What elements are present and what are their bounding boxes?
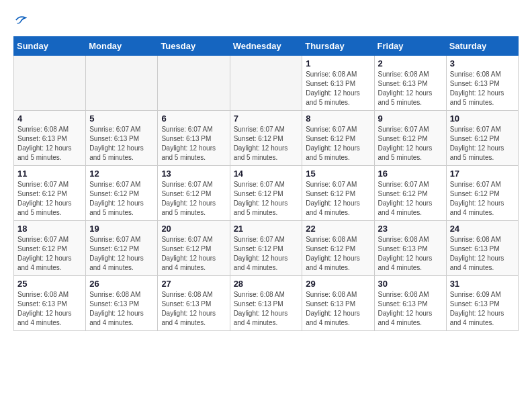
day-info: Sunrise: 6:07 AM Sunset: 6:13 PM Dayligh… bbox=[161, 125, 226, 163]
day-number: 9 bbox=[378, 113, 443, 124]
calendar-cell: 23Sunrise: 6:08 AM Sunset: 6:13 PM Dayli… bbox=[374, 221, 446, 276]
day-header-wednesday: Wednesday bbox=[230, 37, 302, 56]
calendar-week-row: 25Sunrise: 6:08 AM Sunset: 6:13 PM Dayli… bbox=[14, 276, 519, 331]
calendar-cell: 15Sunrise: 6:07 AM Sunset: 6:12 PM Dayli… bbox=[302, 166, 374, 221]
day-number: 22 bbox=[306, 224, 370, 234]
calendar-cell bbox=[86, 56, 158, 111]
day-info: Sunrise: 6:07 AM Sunset: 6:12 PM Dayligh… bbox=[89, 235, 154, 273]
day-number: 13 bbox=[161, 169, 226, 179]
calendar-cell bbox=[230, 56, 302, 111]
calendar-cell: 31Sunrise: 6:09 AM Sunset: 6:13 PM Dayli… bbox=[446, 276, 518, 331]
calendar-header-row: SundayMondayTuesdayWednesdayThursdayFrid… bbox=[14, 37, 519, 56]
calendar-cell: 11Sunrise: 6:07 AM Sunset: 6:12 PM Dayli… bbox=[14, 166, 86, 221]
calendar-cell: 24Sunrise: 6:08 AM Sunset: 6:13 PM Dayli… bbox=[446, 221, 518, 276]
day-info: Sunrise: 6:08 AM Sunset: 6:13 PM Dayligh… bbox=[161, 290, 226, 328]
day-number: 6 bbox=[161, 113, 226, 124]
header bbox=[13, 13, 519, 30]
day-info: Sunrise: 6:07 AM Sunset: 6:12 PM Dayligh… bbox=[161, 235, 226, 273]
logo-text bbox=[13, 13, 27, 30]
calendar-cell: 4Sunrise: 6:08 AM Sunset: 6:13 PM Daylig… bbox=[14, 111, 86, 166]
calendar-cell: 8Sunrise: 6:07 AM Sunset: 6:12 PM Daylig… bbox=[302, 111, 374, 166]
day-number: 18 bbox=[17, 224, 82, 234]
day-info: Sunrise: 6:07 AM Sunset: 6:12 PM Dayligh… bbox=[17, 180, 82, 218]
day-info: Sunrise: 6:08 AM Sunset: 6:13 PM Dayligh… bbox=[378, 70, 443, 107]
calendar-week-row: 18Sunrise: 6:07 AM Sunset: 6:12 PM Dayli… bbox=[14, 221, 519, 276]
calendar-cell: 22Sunrise: 6:08 AM Sunset: 6:12 PM Dayli… bbox=[302, 221, 374, 276]
calendar-cell: 20Sunrise: 6:07 AM Sunset: 6:12 PM Dayli… bbox=[158, 221, 230, 276]
day-number: 14 bbox=[234, 169, 299, 179]
day-number: 15 bbox=[306, 169, 370, 179]
day-number: 11 bbox=[17, 169, 82, 179]
calendar-cell: 14Sunrise: 6:07 AM Sunset: 6:12 PM Dayli… bbox=[230, 166, 302, 221]
day-number: 26 bbox=[89, 279, 154, 289]
calendar-cell: 9Sunrise: 6:07 AM Sunset: 6:12 PM Daylig… bbox=[374, 111, 446, 166]
day-info: Sunrise: 6:07 AM Sunset: 6:12 PM Dayligh… bbox=[450, 180, 515, 218]
calendar-cell: 6Sunrise: 6:07 AM Sunset: 6:13 PM Daylig… bbox=[158, 111, 230, 166]
calendar-cell: 30Sunrise: 6:08 AM Sunset: 6:13 PM Dayli… bbox=[374, 276, 446, 331]
calendar-cell: 16Sunrise: 6:07 AM Sunset: 6:12 PM Dayli… bbox=[374, 166, 446, 221]
calendar-cell: 7Sunrise: 6:07 AM Sunset: 6:12 PM Daylig… bbox=[230, 111, 302, 166]
day-header-tuesday: Tuesday bbox=[158, 37, 230, 56]
calendar-cell: 2Sunrise: 6:08 AM Sunset: 6:13 PM Daylig… bbox=[374, 56, 446, 111]
day-info: Sunrise: 6:07 AM Sunset: 6:12 PM Dayligh… bbox=[89, 180, 154, 218]
day-info: Sunrise: 6:08 AM Sunset: 6:13 PM Dayligh… bbox=[17, 125, 82, 163]
day-info: Sunrise: 6:07 AM Sunset: 6:12 PM Dayligh… bbox=[234, 125, 299, 163]
day-header-monday: Monday bbox=[86, 37, 158, 56]
day-info: Sunrise: 6:07 AM Sunset: 6:12 PM Dayligh… bbox=[306, 125, 370, 163]
day-number: 24 bbox=[450, 224, 515, 234]
calendar-cell: 25Sunrise: 6:08 AM Sunset: 6:13 PM Dayli… bbox=[14, 276, 86, 331]
day-info: Sunrise: 6:08 AM Sunset: 6:13 PM Dayligh… bbox=[234, 290, 299, 328]
day-info: Sunrise: 6:07 AM Sunset: 6:12 PM Dayligh… bbox=[306, 180, 370, 218]
day-info: Sunrise: 6:08 AM Sunset: 6:13 PM Dayligh… bbox=[378, 290, 443, 328]
day-number: 7 bbox=[234, 113, 299, 124]
day-info: Sunrise: 6:07 AM Sunset: 6:12 PM Dayligh… bbox=[161, 180, 226, 218]
calendar-cell: 19Sunrise: 6:07 AM Sunset: 6:12 PM Dayli… bbox=[86, 221, 158, 276]
day-number: 30 bbox=[378, 279, 443, 289]
day-info: Sunrise: 6:08 AM Sunset: 6:13 PM Dayligh… bbox=[450, 70, 515, 107]
calendar-cell bbox=[14, 56, 86, 111]
day-number: 31 bbox=[450, 279, 515, 289]
day-number: 5 bbox=[89, 113, 154, 124]
calendar-cell: 18Sunrise: 6:07 AM Sunset: 6:12 PM Dayli… bbox=[14, 221, 86, 276]
calendar: SundayMondayTuesdayWednesdayThursdayFrid… bbox=[13, 36, 519, 331]
day-info: Sunrise: 6:08 AM Sunset: 6:13 PM Dayligh… bbox=[306, 290, 370, 328]
day-number: 19 bbox=[89, 224, 154, 234]
day-number: 28 bbox=[234, 279, 299, 289]
day-number: 29 bbox=[306, 279, 370, 289]
day-info: Sunrise: 6:07 AM Sunset: 6:12 PM Dayligh… bbox=[234, 235, 299, 273]
calendar-cell: 13Sunrise: 6:07 AM Sunset: 6:12 PM Dayli… bbox=[158, 166, 230, 221]
day-info: Sunrise: 6:07 AM Sunset: 6:13 PM Dayligh… bbox=[89, 125, 154, 163]
calendar-cell: 26Sunrise: 6:08 AM Sunset: 6:13 PM Dayli… bbox=[86, 276, 158, 331]
calendar-cell: 17Sunrise: 6:07 AM Sunset: 6:12 PM Dayli… bbox=[446, 166, 518, 221]
calendar-cell: 5Sunrise: 6:07 AM Sunset: 6:13 PM Daylig… bbox=[86, 111, 158, 166]
day-number: 12 bbox=[89, 169, 154, 179]
day-number: 20 bbox=[161, 224, 226, 234]
calendar-cell bbox=[158, 56, 230, 111]
day-info: Sunrise: 6:07 AM Sunset: 6:12 PM Dayligh… bbox=[378, 180, 443, 218]
day-info: Sunrise: 6:08 AM Sunset: 6:12 PM Dayligh… bbox=[306, 235, 370, 273]
calendar-week-row: 1Sunrise: 6:08 AM Sunset: 6:13 PM Daylig… bbox=[14, 56, 519, 111]
logo-bird-icon bbox=[15, 14, 27, 26]
day-info: Sunrise: 6:07 AM Sunset: 6:12 PM Dayligh… bbox=[450, 125, 515, 163]
day-info: Sunrise: 6:08 AM Sunset: 6:13 PM Dayligh… bbox=[17, 290, 82, 328]
day-number: 17 bbox=[450, 169, 515, 179]
day-number: 23 bbox=[378, 224, 443, 234]
day-info: Sunrise: 6:08 AM Sunset: 6:13 PM Dayligh… bbox=[89, 290, 154, 328]
day-header-sunday: Sunday bbox=[14, 37, 86, 56]
day-number: 16 bbox=[378, 169, 443, 179]
calendar-cell: 12Sunrise: 6:07 AM Sunset: 6:12 PM Dayli… bbox=[86, 166, 158, 221]
day-number: 21 bbox=[234, 224, 299, 234]
calendar-cell: 27Sunrise: 6:08 AM Sunset: 6:13 PM Dayli… bbox=[158, 276, 230, 331]
day-info: Sunrise: 6:07 AM Sunset: 6:12 PM Dayligh… bbox=[17, 235, 82, 273]
calendar-week-row: 4Sunrise: 6:08 AM Sunset: 6:13 PM Daylig… bbox=[14, 111, 519, 166]
day-number: 1 bbox=[306, 58, 370, 68]
calendar-week-row: 11Sunrise: 6:07 AM Sunset: 6:12 PM Dayli… bbox=[14, 166, 519, 221]
day-header-thursday: Thursday bbox=[302, 37, 374, 56]
day-header-friday: Friday bbox=[374, 37, 446, 56]
day-number: 3 bbox=[450, 58, 515, 68]
day-header-saturday: Saturday bbox=[446, 37, 518, 56]
logo bbox=[13, 13, 27, 30]
calendar-cell: 28Sunrise: 6:08 AM Sunset: 6:13 PM Dayli… bbox=[230, 276, 302, 331]
day-info: Sunrise: 6:08 AM Sunset: 6:13 PM Dayligh… bbox=[450, 235, 515, 273]
calendar-cell: 21Sunrise: 6:07 AM Sunset: 6:12 PM Dayli… bbox=[230, 221, 302, 276]
